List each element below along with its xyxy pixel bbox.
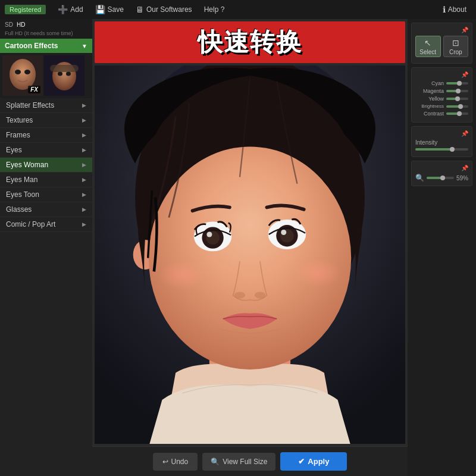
- pin-icon: 📌: [461, 27, 468, 33]
- zoom-section: 📌 🔍 59%: [411, 161, 472, 186]
- menu-item-eyes-toon-label: Eyes Toon: [6, 190, 39, 199]
- bottom-toolbar: ↩ Undo 🔍 View Full Size ✔ Apply: [92, 446, 408, 476]
- menu-item-textures-label: Textures: [6, 116, 33, 124]
- registered-badge: Registered: [5, 5, 46, 14]
- undo-label: Undo: [171, 458, 189, 466]
- image-canvas[interactable]: [95, 65, 405, 444]
- fx-badge-1: FX: [28, 86, 40, 93]
- softwares-icon: 🖥: [136, 5, 144, 14]
- menu-bar: Registered ➕ Add 💾 Save 🖥 Our Softwares …: [0, 0, 476, 19]
- menu-about-label: About: [448, 5, 466, 14]
- svg-point-14: [149, 146, 351, 369]
- thumbnail-1[interactable]: FX: [2, 55, 43, 96]
- tool-buttons: ↖ Select ⊡ Crop: [415, 36, 468, 57]
- svg-point-2: [15, 70, 21, 74]
- tools-section-header: 📌: [415, 27, 468, 33]
- magenta-slider-row: Magenta: [415, 88, 468, 94]
- cartoon-effects-label: Cartoon Effects: [5, 42, 58, 50]
- menu-item-textures[interactable]: Textures ▶: [0, 113, 92, 128]
- svg-point-3: [24, 70, 30, 74]
- svg-point-6: [58, 72, 62, 76]
- menu-add[interactable]: ➕ Add: [53, 2, 87, 17]
- thumbnail-row-1: FX: [2, 55, 90, 96]
- menu-item-glasses-label: Glasses: [6, 205, 32, 214]
- intensity-slider[interactable]: [415, 148, 468, 151]
- menu-save-label: Save: [108, 5, 124, 14]
- right-panel: 📌 ↖ Select ⊡ Crop 📌 Cyan: [408, 19, 476, 476]
- menu-item-eyes-toon[interactable]: Eyes Toon ▶: [0, 187, 92, 202]
- cyan-slider-row: Cyan: [415, 80, 468, 86]
- chevron-icon: ▶: [82, 102, 86, 108]
- chevron-icon: ▶: [82, 192, 86, 198]
- menu-item-frames-label: Frames: [6, 131, 30, 139]
- quality-bar: SD HD: [0, 19, 92, 30]
- cartoon-effects-header[interactable]: Cartoon Effects ▼: [0, 39, 92, 53]
- menu-item-comic-label: Comic / Pop Art: [6, 220, 55, 228]
- contrast-slider[interactable]: [446, 112, 468, 115]
- pin-icon-4: 📌: [461, 165, 468, 171]
- save-icon: 💾: [95, 5, 105, 14]
- main-layout: SD HD Full HD (It needs some time) Carto…: [0, 19, 476, 476]
- chevron-icon: ▶: [82, 206, 86, 212]
- chevron-icon: ▶: [82, 177, 86, 183]
- view-icon: 🔍: [211, 458, 220, 466]
- quality-sd[interactable]: SD: [5, 21, 13, 28]
- svg-point-21: [206, 231, 212, 237]
- view-full-size-button[interactable]: 🔍 View Full Size: [202, 453, 275, 471]
- quality-hd[interactable]: HD: [17, 21, 25, 28]
- magenta-label: Magenta: [415, 88, 444, 94]
- menu-about[interactable]: ℹ About: [438, 2, 471, 17]
- brightness-slider-row: Brightness: [415, 104, 468, 109]
- chevron-icon: ▶: [82, 221, 86, 227]
- info-icon: ℹ: [443, 5, 446, 14]
- apply-label: Apply: [308, 457, 329, 466]
- color-section-header: 📌: [415, 71, 468, 78]
- left-panel: SD HD Full HD (It needs some time) Carto…: [0, 19, 92, 476]
- intensity-section-header: 📌: [415, 130, 468, 137]
- apply-button[interactable]: ✔ Apply: [280, 452, 347, 471]
- crop-tool-button[interactable]: ⊡ Crop: [443, 36, 469, 57]
- cyan-slider[interactable]: [446, 82, 468, 84]
- undo-button[interactable]: ↩ Undo: [153, 453, 198, 471]
- menu-item-eyes-woman-label: Eyes Woman: [6, 161, 48, 169]
- menu-item-eyes-man[interactable]: Eyes Man ▶: [0, 173, 92, 187]
- crop-label: Crop: [449, 49, 462, 55]
- menu-help[interactable]: Help ?: [199, 3, 230, 16]
- svg-point-24: [255, 292, 265, 298]
- contrast-slider-row: Contrast: [415, 111, 468, 117]
- zoom-slider[interactable]: [427, 177, 454, 179]
- svg-rect-8: [50, 65, 79, 72]
- pin-icon-3: 📌: [461, 130, 468, 137]
- select-tool-button[interactable]: ↖ Select: [415, 36, 441, 57]
- thumbnail-face-2: [44, 55, 84, 96]
- menu-item-frames[interactable]: Frames ▶: [0, 128, 92, 143]
- menu-save[interactable]: 💾 Save: [90, 2, 129, 17]
- svg-point-22: [281, 230, 286, 235]
- menu-item-comic[interactable]: Comic / Pop Art ▶: [0, 217, 92, 232]
- add-icon: ➕: [58, 5, 68, 14]
- dropdown-arrow-icon: ▼: [82, 43, 87, 49]
- menu-item-eyes[interactable]: Eyes ▶: [0, 143, 92, 158]
- magenta-slider[interactable]: [446, 90, 468, 92]
- tools-section: 📌 ↖ Select ⊡ Crop: [411, 23, 472, 64]
- menu-our-softwares-label: Our Softwares: [146, 5, 192, 14]
- cursor-icon: ↖: [424, 38, 431, 48]
- checkmark-icon: ✔: [298, 457, 305, 466]
- thumbnail-grid: FX: [0, 53, 92, 98]
- menu-our-softwares[interactable]: 🖥 Our Softwares: [131, 2, 197, 17]
- chevron-icon: ▶: [82, 132, 86, 138]
- yellow-label: Yellow: [415, 96, 444, 102]
- cyan-label: Cyan: [415, 80, 444, 86]
- brightness-slider[interactable]: [446, 105, 468, 108]
- menu-item-glasses[interactable]: Glasses ▶: [0, 202, 92, 217]
- brightness-label: Brightness: [415, 104, 444, 109]
- view-label: View Full Size: [223, 458, 267, 466]
- undo-icon: ↩: [162, 458, 168, 466]
- yellow-slider[interactable]: [446, 98, 468, 100]
- chevron-icon: ▶: [82, 162, 86, 168]
- zoom-out-icon: 🔍: [415, 174, 424, 182]
- menu-item-eyes-woman[interactable]: Eyes Woman ▶: [0, 158, 92, 173]
- thumbnail-2[interactable]: [44, 55, 84, 96]
- menu-item-splatter[interactable]: Splatter Effects ▶: [0, 98, 92, 113]
- menu-item-eyes-man-label: Eyes Man: [6, 176, 37, 184]
